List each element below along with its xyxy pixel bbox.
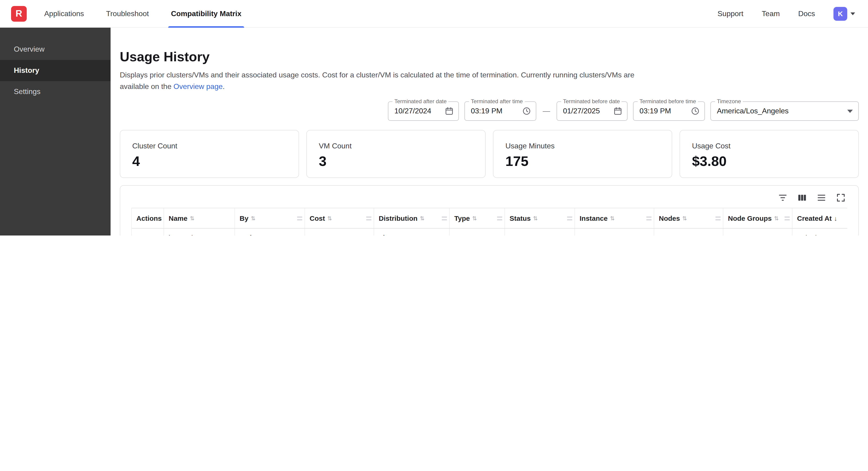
cell-distribution: ubuntu24.04 [374,229,450,235]
column-resize-handle-icon[interactable] [715,216,720,220]
distribution-name: ubuntu [379,233,445,235]
terminated-after-time-field[interactable]: Terminated after time 03:19 PM [464,101,536,121]
table-row: •••happy_beavera48d9324Web UIname@domain… [132,229,847,235]
terminated-before-date-field[interactable]: Terminated before date 01/27/2025 [557,101,627,121]
sort-arrows-icon[interactable]: ⇅ [472,215,477,222]
overview-page-link[interactable]: Overview page [174,83,222,90]
sort-arrows-icon[interactable]: ⇅ [190,215,194,222]
docs-link[interactable]: Docs [798,9,815,18]
stat-value: $3.80 [692,153,846,169]
column-header-distribution[interactable]: Distribution⇅ [374,208,450,228]
field-label: Timezone [715,98,743,105]
column-resize-handle-icon[interactable] [785,216,790,220]
timezone-select[interactable]: Timezone America/Los_Angeles [710,101,859,121]
page-title: Usage History [120,49,859,64]
dropdown-arrow-icon[interactable] [847,110,853,113]
sidebar-item-label: Settings [14,88,40,96]
stat-value: 3 [319,153,473,169]
nav-label: Applications [44,9,84,18]
column-resize-handle-icon[interactable] [297,216,302,220]
column-label: Actions [136,214,162,222]
cell-status: Terminated [505,229,575,235]
sidebar-item-label: Overview [14,45,44,54]
column-label: By [240,214,248,222]
nav-item-troubleshoot[interactable]: Troubleshoot [105,0,150,27]
nav-item-compatibility-matrix[interactable]: Compatibility Matrix [170,0,242,27]
stat-label: Usage Cost [692,142,846,150]
sort-arrows-icon[interactable]: ⇅ [533,215,538,222]
column-header-actions[interactable]: Actions [132,208,164,228]
stat-label: VM Count [319,142,473,150]
columns-icon[interactable] [797,192,808,203]
column-label: Name [168,214,187,222]
replicated-logo[interactable]: R [11,6,27,22]
filter-icon[interactable] [777,192,788,203]
sort-arrows-icon[interactable]: ⇅ [327,215,332,222]
main-content: Usage History Displays prior clusters/VM… [111,28,868,235]
sidebar-item-overview[interactable]: Overview [0,39,111,60]
chevron-down-icon[interactable] [850,12,855,15]
clock-icon[interactable] [522,107,531,116]
sidebar-item-settings[interactable]: Settings [0,81,111,102]
column-header-status[interactable]: Status⇅ [505,208,575,228]
support-link[interactable]: Support [718,9,743,18]
terminated-after-date-field[interactable]: Terminated after date 10/27/2024 [388,101,459,121]
column-label: Instance [580,214,608,222]
avatar-initial: K [838,10,843,18]
user-menu[interactable]: K [833,7,855,21]
sidebar-item-label: History [14,66,39,75]
table-header-row: ActionsName⇅By⇅Cost⇅Distribution⇅Type⇅St… [132,208,847,229]
column-header-cost[interactable]: Cost⇅ [305,208,374,228]
cell-actions: ••• [132,229,164,235]
cell-instance: r1.small [575,229,654,235]
sort-arrows-icon[interactable]: ⇅ [251,215,255,222]
sort-desc-icon[interactable]: ↓ [834,214,837,222]
top-navbar: R Applications Troubleshoot Compatibilit… [0,0,868,28]
column-label: Distribution [379,214,417,222]
column-header-created-at[interactable]: Created At↓ [793,208,847,228]
column-resize-handle-icon[interactable] [366,216,371,220]
column-header-instance[interactable]: Instance⇅ [575,208,654,228]
column-label: Cost [310,214,325,222]
column-header-node-groups[interactable]: Node Groups⇅ [723,208,793,228]
cell-by: Web UIname@domain.com [235,229,305,235]
column-resize-handle-icon[interactable] [497,216,502,220]
fullscreen-icon[interactable] [835,192,846,203]
team-link[interactable]: Team [762,9,780,18]
column-header-nodes[interactable]: Nodes⇅ [654,208,723,228]
field-value: 01/27/2025 [563,107,613,115]
column-header-name[interactable]: Name⇅ [164,208,235,228]
column-label: Type [454,214,470,222]
sidebar-item-history[interactable]: History [0,60,111,81]
field-label: Terminated after time [469,98,525,105]
calendar-icon[interactable] [444,107,454,116]
usage-table: ActionsName⇅By⇅Cost⇅Distribution⇅Type⇅St… [131,208,847,235]
field-value: 03:19 PM [640,107,691,115]
clock-icon[interactable] [691,107,700,116]
column-resize-handle-icon[interactable] [442,216,447,220]
nav-label: Troubleshoot [106,9,149,18]
column-resize-handle-icon[interactable] [567,216,572,220]
cell-cost: $0.51 [305,229,374,235]
stat-value: 175 [505,153,660,169]
cell-node-groups: - [723,229,793,235]
sort-arrows-icon[interactable]: ⇅ [774,215,779,222]
cluster-name: happy_beaver [168,233,231,235]
stat-card-usage-cost: Usage Cost $3.80 [680,130,859,178]
cell-type: vm [450,229,505,235]
column-header-type[interactable]: Type⇅ [450,208,505,228]
column-header-by[interactable]: By⇅ [235,208,305,228]
sort-arrows-icon[interactable]: ⇅ [610,215,615,222]
column-label: Status [509,214,531,222]
terminated-before-time-field[interactable]: Terminated before time 03:19 PM [633,101,705,121]
column-resize-handle-icon[interactable] [646,216,651,220]
page-shell: Overview History Settings Usage History … [0,28,868,235]
calendar-icon[interactable] [613,107,622,116]
avatar[interactable]: K [833,7,847,21]
sort-arrows-icon[interactable]: ⇅ [682,215,687,222]
topbar-right: Support Team Docs K [718,7,855,21]
created-by: Web UI [240,233,301,235]
density-icon[interactable] [816,192,827,203]
sort-arrows-icon[interactable]: ⇅ [420,215,424,222]
nav-item-applications[interactable]: Applications [43,0,85,27]
